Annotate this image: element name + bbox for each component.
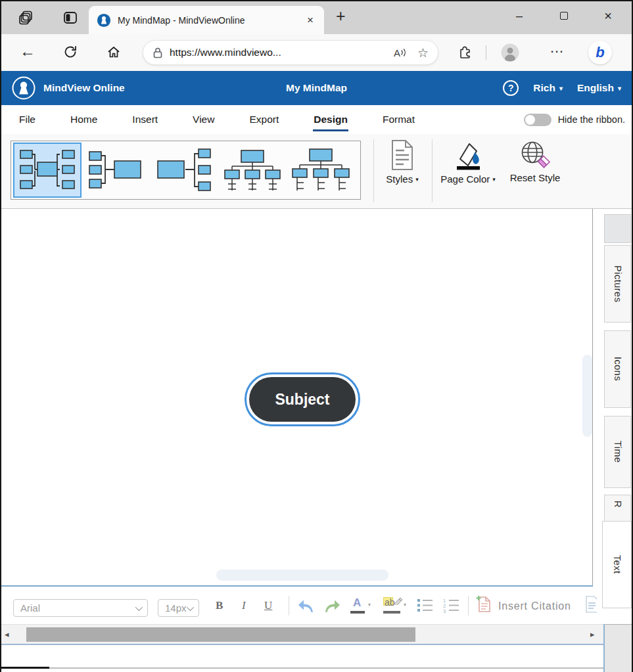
mindview-logo: [12, 76, 35, 100]
right-sidebar: Pictures Icons Time R Text: [603, 209, 633, 672]
tab-title: My MindMap - MindViewOnline: [118, 15, 304, 26]
chevron-down-icon[interactable]: ▾: [404, 602, 406, 608]
address-bar[interactable]: https://www.mindviewo... A ☆: [143, 40, 438, 65]
main-area: Subject Arial 14px B I U: [1, 209, 632, 672]
scroll-left-arrow[interactable]: ◂: [5, 629, 9, 639]
font-color-bar: [350, 611, 365, 614]
root-topic-node[interactable]: Subject: [245, 372, 360, 426]
bottom-edge-dark: [1, 667, 49, 669]
sidebar-tab-icons[interactable]: Icons: [604, 330, 631, 408]
insert-citation-icon[interactable]: [476, 595, 492, 614]
url-text[interactable]: https://www.mindviewo...: [170, 47, 394, 58]
tab-actions-icon[interactable]: [63, 11, 78, 25]
user-menu[interactable]: Rich ▾: [533, 82, 563, 94]
scrollbar-corner-box: [603, 624, 632, 672]
window-maximize-button[interactable]: [549, 1, 579, 30]
page-horizontal-scrollbar[interactable]: ◂ ▸: [1, 624, 603, 644]
chevron-down-icon: ▾: [415, 176, 419, 183]
redo-icon[interactable]: [323, 597, 341, 614]
mindmap-canvas[interactable]: Subject: [1, 209, 593, 587]
layout-thumb-top-down-list[interactable]: [287, 143, 355, 198]
workspaces-icon[interactable]: [18, 10, 34, 26]
layout-thumb-left[interactable]: [150, 143, 218, 198]
browser-toolbar: ← https://www.mindviewo... A ☆: [1, 34, 632, 71]
new-tab-button[interactable]: +: [336, 7, 346, 26]
bold-button[interactable]: B: [216, 599, 223, 612]
sidebar-tab-time[interactable]: Time: [604, 416, 631, 488]
maximize-icon: [560, 12, 568, 20]
browser-tab[interactable]: My MindMap - MindViewOnline ×: [89, 6, 324, 34]
menu-insert[interactable]: Insert: [131, 108, 158, 131]
chevron-down-icon: ▾: [618, 85, 621, 92]
menu-view[interactable]: View: [192, 108, 215, 131]
layout-thumb-mindmap[interactable]: [13, 143, 82, 198]
chevron-down-icon: [187, 603, 194, 610]
ribbon-menubar: File Home Insert View Export Design Form…: [1, 105, 632, 134]
bottom-strip: [1, 645, 603, 672]
toolbar-divider: [289, 596, 289, 616]
font-color-button[interactable]: A: [353, 596, 361, 610]
chevron-down-icon: ▾: [559, 85, 563, 92]
refresh-icon[interactable]: [63, 45, 78, 59]
font-size-select[interactable]: 14px: [158, 599, 199, 617]
help-icon[interactable]: ?: [503, 80, 519, 96]
insert-citation-label[interactable]: Insert Citation: [498, 600, 571, 612]
app-header: MindView Online My MindMap ? Rich ▾ Engl…: [1, 71, 632, 105]
undo-icon[interactable]: [297, 597, 315, 614]
menu-file[interactable]: File: [18, 108, 36, 131]
bing-icon[interactable]: b: [588, 41, 612, 64]
bullet-list-icon[interactable]: [417, 598, 433, 613]
layout-thumb-right[interactable]: [82, 143, 150, 198]
highlight-bar: [383, 611, 400, 614]
styles-button[interactable]: Styles▾: [381, 139, 423, 185]
back-icon[interactable]: ←: [20, 42, 35, 60]
window-close-button[interactable]: ×: [593, 1, 623, 30]
menu-home[interactable]: Home: [70, 108, 98, 131]
font-family-select[interactable]: Arial: [13, 599, 148, 617]
user-name: Rich: [533, 82, 555, 94]
extensions-icon[interactable]: [457, 44, 473, 59]
sidebar-tab-text[interactable]: Text: [602, 521, 632, 608]
home-icon[interactable]: [106, 45, 121, 59]
sidebar-tab-pictures[interactable]: Pictures: [604, 245, 631, 323]
profile-avatar[interactable]: [501, 43, 519, 62]
tab-close-icon[interactable]: ×: [304, 14, 316, 27]
language-name: English: [577, 82, 614, 94]
scrollbar-thumb[interactable]: [26, 627, 415, 642]
chevron-down-icon[interactable]: ▾: [368, 602, 371, 608]
layout-thumb-top-down[interactable]: [218, 143, 287, 198]
read-aloud-icon[interactable]: A: [394, 47, 407, 58]
bottom-edge-gray: [49, 667, 603, 669]
underline-button[interactable]: U: [264, 599, 272, 612]
tab-strip: My MindMap - MindViewOnline × + – ×: [1, 1, 632, 34]
lock-icon: [152, 47, 163, 58]
font-size-value: 14px: [165, 602, 187, 614]
menu-format[interactable]: Format: [382, 108, 415, 131]
reset-style-icon: [519, 139, 551, 169]
canvas-vertical-scrollbar[interactable]: [582, 355, 592, 437]
layout-gallery: [11, 141, 361, 200]
root-topic-label: Subject: [249, 377, 356, 422]
mindview-favicon: [97, 13, 111, 28]
settings-menu-icon[interactable]: …: [550, 39, 565, 56]
language-menu[interactable]: English ▾: [577, 82, 621, 94]
favorites-star-icon[interactable]: ☆: [417, 45, 429, 60]
canvas-horizontal-scrollbar[interactable]: [216, 570, 388, 581]
text-format-toolbar: Arial 14px B I U A ▾: [1, 587, 603, 624]
page-color-icon: [452, 139, 484, 171]
window-minimize-button[interactable]: –: [504, 1, 534, 30]
hide-ribbon-toggle[interactable]: [524, 114, 551, 126]
reset-style-button[interactable]: Reset Style: [502, 139, 568, 183]
reset-style-label: Reset Style: [510, 172, 561, 183]
chevron-down-icon: ▾: [492, 176, 496, 183]
toolbar-divider: [468, 596, 469, 616]
scroll-right-arrow[interactable]: ▸: [590, 629, 595, 639]
styles-icon: [390, 139, 414, 171]
ribbon-divider: [432, 139, 433, 202]
menu-export[interactable]: Export: [248, 108, 279, 131]
browser-window: My MindMap - MindViewOnline × + – × ← ht…: [0, 0, 633, 672]
italic-button[interactable]: I: [242, 599, 246, 612]
numbered-list-icon[interactable]: 1 2 3: [443, 598, 459, 613]
menu-design[interactable]: Design: [313, 108, 348, 131]
page-color-button[interactable]: Page Color▾: [435, 139, 501, 185]
